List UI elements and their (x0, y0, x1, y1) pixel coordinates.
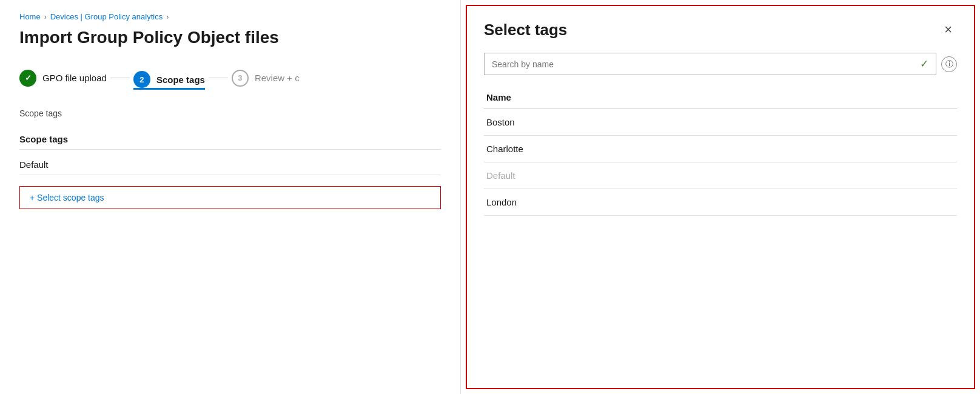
scope-tags-section: Scope tags Default (19, 134, 441, 175)
page-title: Import Group Policy Object files (19, 27, 441, 48)
table-row[interactable]: London (484, 189, 957, 216)
table-row[interactable]: Boston (484, 109, 957, 136)
search-check-icon: ✓ (920, 58, 928, 70)
close-button[interactable]: × (939, 21, 957, 39)
step-1: ✓ GPO file upload (19, 65, 107, 92)
info-icon[interactable]: ⓘ (941, 56, 957, 72)
select-scope-tags-button[interactable]: + Select scope tags (19, 186, 441, 209)
tags-table: Name BostonCharlotteDefaultLondon (484, 87, 957, 216)
search-input-wrap: ✓ (484, 53, 936, 75)
left-panel: Home › Devices | Group Policy analytics … (0, 0, 461, 394)
step-2-circle: 2 (133, 71, 150, 88)
search-row: ✓ ⓘ (484, 53, 957, 75)
step-2: 2 Scope tags (133, 66, 205, 90)
step-3-label: Review + c (255, 73, 300, 83)
select-tags-modal: Select tags × ✓ ⓘ Name BostonCharlotteDe… (466, 5, 975, 389)
modal-body: ✓ ⓘ Name BostonCharlotteDefaultLondon (467, 47, 974, 388)
tag-name-cell: Charlotte (484, 136, 957, 162)
tag-name-cell: London (484, 189, 957, 216)
step-sep-1 (110, 78, 130, 78)
scope-tags-header: Scope tags (19, 134, 441, 150)
step-3-circle: 3 (232, 70, 249, 87)
search-input[interactable] (492, 59, 918, 69)
step-2-label: Scope tags (156, 75, 205, 85)
step-3: 3 Review + c (232, 65, 300, 92)
breadcrumb-sep-1: › (44, 13, 47, 21)
scope-tags-default-item: Default (19, 155, 441, 175)
table-row[interactable]: Default (484, 162, 957, 189)
step-1-label: GPO file upload (42, 73, 107, 83)
tag-name-cell: Boston (484, 109, 957, 136)
breadcrumb-devices[interactable]: Devices | Group Policy analytics (50, 12, 163, 21)
breadcrumb-home[interactable]: Home (19, 12, 41, 21)
table-row[interactable]: Charlotte (484, 136, 957, 162)
breadcrumb: Home › Devices | Group Policy analytics … (19, 12, 441, 21)
tag-name-cell: Default (484, 162, 957, 189)
modal-header: Select tags × (467, 6, 974, 47)
breadcrumb-sep-2: › (166, 13, 169, 21)
step-sep-2 (209, 78, 228, 78)
table-name-header: Name (484, 87, 957, 109)
scope-tags-section-label: Scope tags (19, 109, 441, 118)
step-2-underline (133, 88, 205, 90)
steps-row: ✓ GPO file upload 2 Scope tags 3 Review … (19, 65, 441, 92)
step-1-circle: ✓ (19, 70, 36, 87)
modal-title: Select tags (484, 21, 567, 39)
